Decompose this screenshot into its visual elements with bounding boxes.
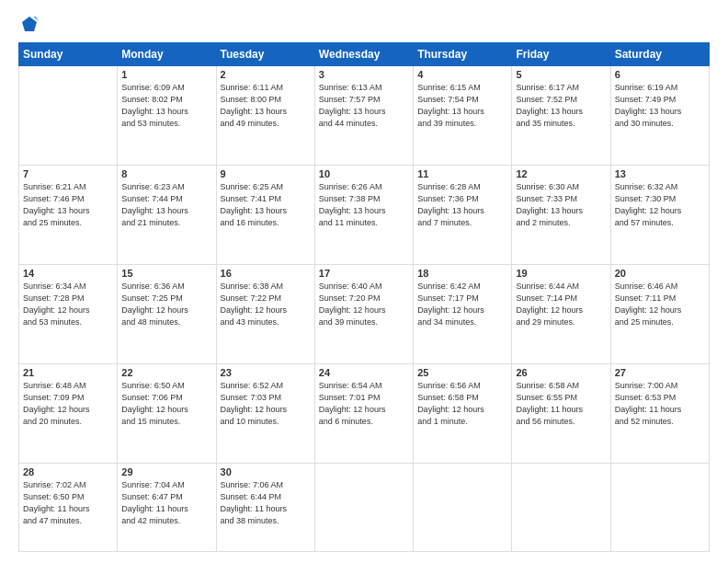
- weekday-header: Thursday: [414, 43, 512, 66]
- cell-info: Sunrise: 6:38 AM Sunset: 7:22 PM Dayligh…: [221, 281, 311, 328]
- calendar-cell: 21Sunrise: 6:48 AM Sunset: 7:09 PM Dayli…: [19, 364, 118, 464]
- day-number: 25: [417, 367, 507, 378]
- day-number: 19: [516, 268, 606, 279]
- calendar-cell: 3Sunrise: 6:13 AM Sunset: 7:57 PM Daylig…: [314, 66, 413, 166]
- calendar-cell: 13Sunrise: 6:32 AM Sunset: 7:30 PM Dayli…: [610, 166, 709, 265]
- cell-info: Sunrise: 6:36 AM Sunset: 7:25 PM Dayligh…: [121, 281, 211, 328]
- cell-info: Sunrise: 6:34 AM Sunset: 7:28 PM Dayligh…: [23, 281, 113, 328]
- cell-info: Sunrise: 6:23 AM Sunset: 7:44 PM Dayligh…: [121, 181, 211, 229]
- cell-info: Sunrise: 6:09 AM Sunset: 8:02 PM Dayligh…: [121, 82, 211, 130]
- cell-info: Sunrise: 6:32 AM Sunset: 7:30 PM Dayligh…: [615, 181, 705, 229]
- header: [18, 17, 710, 33]
- day-number: 3: [319, 69, 409, 80]
- day-number: 17: [319, 268, 409, 279]
- calendar-cell: 1Sunrise: 6:09 AM Sunset: 8:02 PM Daylig…: [118, 66, 216, 166]
- day-number: 6: [615, 69, 705, 80]
- calendar-table: SundayMondayTuesdayWednesdayThursdayFrid…: [18, 42, 710, 552]
- day-number: 12: [516, 168, 606, 179]
- cell-info: Sunrise: 6:26 AM Sunset: 7:38 PM Dayligh…: [319, 181, 409, 229]
- calendar-cell: 22Sunrise: 6:50 AM Sunset: 7:06 PM Dayli…: [118, 364, 216, 464]
- day-number: 26: [516, 367, 606, 378]
- calendar-cell: [610, 464, 709, 552]
- cell-info: Sunrise: 6:40 AM Sunset: 7:20 PM Dayligh…: [319, 281, 409, 328]
- calendar-cell: 9Sunrise: 6:25 AM Sunset: 7:41 PM Daylig…: [216, 166, 314, 265]
- cell-info: Sunrise: 7:02 AM Sunset: 6:50 PM Dayligh…: [23, 479, 113, 527]
- calendar-cell: 19Sunrise: 6:44 AM Sunset: 7:14 PM Dayli…: [512, 265, 610, 364]
- day-number: 4: [417, 69, 507, 80]
- day-number: 8: [121, 168, 211, 179]
- calendar-cell: 28Sunrise: 7:02 AM Sunset: 6:50 PM Dayli…: [19, 464, 118, 552]
- cell-info: Sunrise: 6:21 AM Sunset: 7:46 PM Dayligh…: [23, 181, 113, 229]
- calendar-cell: 8Sunrise: 6:23 AM Sunset: 7:44 PM Daylig…: [118, 166, 216, 265]
- svg-marker-0: [22, 17, 37, 31]
- day-number: 28: [23, 466, 113, 477]
- day-number: 18: [417, 268, 507, 279]
- day-number: 22: [121, 367, 211, 378]
- calendar-cell: [19, 66, 118, 166]
- logo-icon: [20, 15, 39, 33]
- calendar-cell: [414, 464, 512, 552]
- cell-info: Sunrise: 6:46 AM Sunset: 7:11 PM Dayligh…: [615, 281, 705, 328]
- day-number: 21: [23, 367, 113, 378]
- cell-info: Sunrise: 6:13 AM Sunset: 7:57 PM Dayligh…: [319, 82, 409, 130]
- day-number: 14: [23, 268, 113, 279]
- calendar-cell: 6Sunrise: 6:19 AM Sunset: 7:49 PM Daylig…: [610, 66, 709, 166]
- day-number: 23: [221, 367, 311, 378]
- calendar-cell: 5Sunrise: 6:17 AM Sunset: 7:52 PM Daylig…: [512, 66, 610, 166]
- cell-info: Sunrise: 6:56 AM Sunset: 6:58 PM Dayligh…: [417, 380, 507, 428]
- weekday-header: Wednesday: [314, 43, 413, 66]
- weekday-header: Sunday: [19, 43, 118, 66]
- calendar-cell: [512, 464, 610, 552]
- cell-info: Sunrise: 6:50 AM Sunset: 7:06 PM Dayligh…: [121, 380, 211, 428]
- day-number: 5: [516, 69, 606, 80]
- cell-info: Sunrise: 6:52 AM Sunset: 7:03 PM Dayligh…: [221, 380, 311, 428]
- cell-info: Sunrise: 6:44 AM Sunset: 7:14 PM Dayligh…: [516, 281, 606, 328]
- calendar-cell: 12Sunrise: 6:30 AM Sunset: 7:33 PM Dayli…: [512, 166, 610, 265]
- day-number: 7: [23, 168, 113, 179]
- day-number: 30: [221, 466, 311, 477]
- calendar-cell: 7Sunrise: 6:21 AM Sunset: 7:46 PM Daylig…: [19, 166, 118, 265]
- day-number: 11: [417, 168, 507, 179]
- calendar-cell: 11Sunrise: 6:28 AM Sunset: 7:36 PM Dayli…: [414, 166, 512, 265]
- calendar-cell: 26Sunrise: 6:58 AM Sunset: 6:55 PM Dayli…: [512, 364, 610, 464]
- page: SundayMondayTuesdayWednesdayThursdayFrid…: [0, 0, 728, 563]
- cell-info: Sunrise: 7:06 AM Sunset: 6:44 PM Dayligh…: [221, 479, 311, 527]
- cell-info: Sunrise: 6:58 AM Sunset: 6:55 PM Dayligh…: [516, 380, 606, 428]
- day-number: 10: [319, 168, 409, 179]
- calendar-cell: 18Sunrise: 6:42 AM Sunset: 7:17 PM Dayli…: [414, 265, 512, 364]
- cell-info: Sunrise: 6:30 AM Sunset: 7:33 PM Dayligh…: [516, 181, 606, 229]
- cell-info: Sunrise: 7:00 AM Sunset: 6:53 PM Dayligh…: [615, 380, 705, 428]
- day-number: 9: [221, 168, 311, 179]
- calendar-cell: 23Sunrise: 6:52 AM Sunset: 7:03 PM Dayli…: [216, 364, 314, 464]
- day-number: 15: [121, 268, 211, 279]
- calendar-cell: [314, 464, 413, 552]
- calendar-cell: 17Sunrise: 6:40 AM Sunset: 7:20 PM Dayli…: [314, 265, 413, 364]
- calendar-cell: 16Sunrise: 6:38 AM Sunset: 7:22 PM Dayli…: [216, 265, 314, 364]
- day-number: 29: [121, 466, 211, 477]
- cell-info: Sunrise: 6:42 AM Sunset: 7:17 PM Dayligh…: [417, 281, 507, 328]
- cell-info: Sunrise: 6:15 AM Sunset: 7:54 PM Dayligh…: [417, 82, 507, 130]
- cell-info: Sunrise: 6:28 AM Sunset: 7:36 PM Dayligh…: [417, 181, 507, 229]
- day-number: 20: [615, 268, 705, 279]
- day-number: 13: [615, 168, 705, 179]
- weekday-header: Saturday: [610, 43, 709, 66]
- cell-info: Sunrise: 7:04 AM Sunset: 6:47 PM Dayligh…: [121, 479, 211, 527]
- calendar-cell: 20Sunrise: 6:46 AM Sunset: 7:11 PM Dayli…: [610, 265, 709, 364]
- cell-info: Sunrise: 6:11 AM Sunset: 8:00 PM Dayligh…: [221, 82, 311, 130]
- day-number: 2: [221, 69, 311, 80]
- calendar-cell: 25Sunrise: 6:56 AM Sunset: 6:58 PM Dayli…: [414, 364, 512, 464]
- calendar-cell: 14Sunrise: 6:34 AM Sunset: 7:28 PM Dayli…: [19, 265, 118, 364]
- weekday-header: Monday: [118, 43, 216, 66]
- logo: [18, 20, 39, 33]
- calendar-cell: 4Sunrise: 6:15 AM Sunset: 7:54 PM Daylig…: [414, 66, 512, 166]
- day-number: 1: [121, 69, 211, 80]
- calendar-cell: 24Sunrise: 6:54 AM Sunset: 7:01 PM Dayli…: [314, 364, 413, 464]
- day-number: 27: [615, 367, 705, 378]
- cell-info: Sunrise: 6:19 AM Sunset: 7:49 PM Dayligh…: [615, 82, 705, 130]
- weekday-header: Tuesday: [216, 43, 314, 66]
- day-number: 24: [319, 367, 409, 378]
- cell-info: Sunrise: 6:25 AM Sunset: 7:41 PM Dayligh…: [221, 181, 311, 229]
- calendar-cell: 29Sunrise: 7:04 AM Sunset: 6:47 PM Dayli…: [118, 464, 216, 552]
- calendar-cell: 15Sunrise: 6:36 AM Sunset: 7:25 PM Dayli…: [118, 265, 216, 364]
- calendar-cell: 27Sunrise: 7:00 AM Sunset: 6:53 PM Dayli…: [610, 364, 709, 464]
